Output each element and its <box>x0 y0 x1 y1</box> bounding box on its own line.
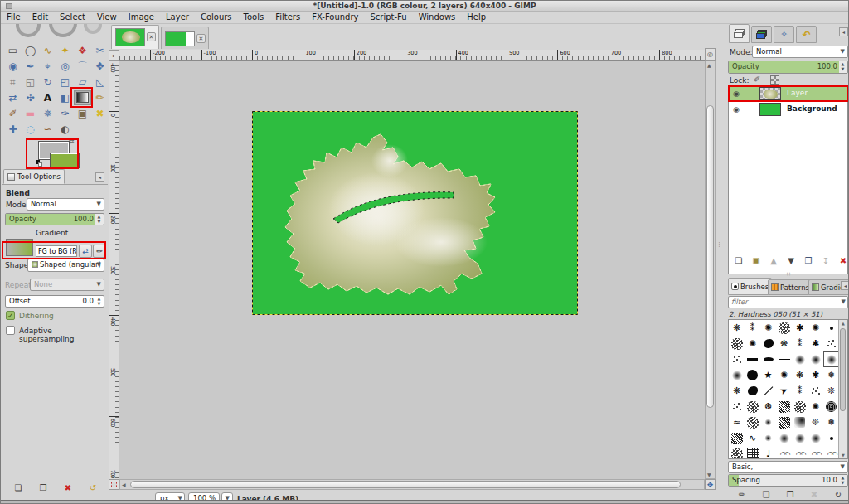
tool-zoom[interactable]: ◎ <box>56 58 74 74</box>
tool-smudge[interactable]: ∽ <box>39 121 56 137</box>
offset-spinner[interactable]: Offset 0.0 ▲▼ <box>5 295 104 308</box>
brush-dot[interactable] <box>823 320 839 336</box>
tool-rotate[interactable]: ↻ <box>39 74 56 90</box>
tool-scale[interactable]: ◰ <box>56 74 74 90</box>
mode-select[interactable]: Normal▼ <box>27 198 104 211</box>
brush-lizard[interactable]: ∿ <box>745 430 760 446</box>
tool-perspective-clone[interactable]: ✚ <box>4 121 22 137</box>
brush-texture[interactable] <box>729 336 745 351</box>
dock-splitter-handle[interactable]: ⁞ <box>717 241 721 266</box>
tool-scissors-select[interactable]: ✂ <box>91 42 109 58</box>
delete-layer-button[interactable]: ✖ <box>835 254 849 268</box>
brush-splat2[interactable]: ❋ <box>729 383 745 399</box>
brush-noisecircle[interactable] <box>823 399 839 414</box>
brush-soft[interactable] <box>729 367 745 383</box>
shape-select[interactable]: Shaped (angular)▼ <box>27 259 104 272</box>
close-icon[interactable]: ✕ <box>196 34 206 43</box>
image-tab-1[interactable]: ✕ <box>111 25 159 49</box>
reset-options-button[interactable]: ↺ <box>85 482 101 495</box>
layer-name[interactable]: Layer <box>787 89 808 97</box>
brush-soft[interactable] <box>808 351 823 367</box>
tool-measure[interactable]: ⌒ <box>74 58 91 74</box>
panel-menu-button[interactable]: ◂ <box>839 27 848 36</box>
tool-paths[interactable]: ✒ <box>22 58 39 74</box>
layer-opacity-slider[interactable]: Opacity 100.0 ▲▼ <box>728 61 848 74</box>
brush-sparkle[interactable]: ❊ <box>808 414 823 430</box>
brush-splat[interactable]: ✺ <box>745 336 760 351</box>
tool-heal[interactable]: ✖ <box>91 105 109 121</box>
default-colors-icon[interactable] <box>36 160 43 167</box>
brush-flake[interactable]: ❅ <box>823 414 839 430</box>
tool-paintbrush[interactable]: ✐ <box>4 105 22 121</box>
horizontal-ruler[interactable]: -200-1000100200300400500600700800 <box>119 50 705 61</box>
menu-select[interactable]: Select <box>54 12 91 22</box>
tool-foreground-select[interactable]: ◉ <box>4 58 22 74</box>
brush-hills[interactable]: ◠◠ <box>823 446 839 459</box>
gradient-name-input[interactable] <box>36 245 77 257</box>
tool-clone[interactable]: ▣ <box>74 105 91 121</box>
tool-blend[interactable] <box>74 90 91 105</box>
brush-flake2[interactable]: ❆ <box>760 399 776 414</box>
menu-help[interactable]: Help <box>461 12 492 22</box>
tool-rectangle-select[interactable]: ▭ <box>4 42 22 58</box>
menu-file[interactable]: File <box>1 12 27 22</box>
brush-soft[interactable] <box>808 430 823 446</box>
brush-texture[interactable] <box>745 399 760 414</box>
zoom-follow-window-button[interactable]: ◎ <box>705 48 716 61</box>
quick-mask-toggle[interactable] <box>109 479 119 490</box>
color-area[interactable]: ⇄ <box>26 138 79 169</box>
brush-scroll-thumb[interactable] <box>840 328 846 411</box>
menu-filters[interactable]: Filters <box>269 12 306 22</box>
ruler-corner-menu-button[interactable]: ▸ <box>109 50 119 61</box>
tool-cage-transform[interactable]: ✣ <box>22 90 39 105</box>
reverse-gradient-button[interactable]: ⇄ <box>79 245 92 258</box>
layer-name[interactable]: Background <box>787 104 837 113</box>
tool-pencil[interactable]: ✏ <box>91 90 109 105</box>
background-color-swatch[interactable] <box>51 153 79 167</box>
delete-options-button[interactable]: ✖ <box>60 482 76 495</box>
scroll-down-icon[interactable]: ▼ <box>707 472 711 477</box>
brush-splat2[interactable]: ❋ <box>792 367 808 383</box>
tool-align[interactable]: ⌗ <box>4 74 22 90</box>
brush-smear[interactable]: ≈ <box>729 414 745 430</box>
brush-filter-input[interactable] <box>731 298 839 306</box>
visibility-eye-icon[interactable]: ◉ <box>733 90 740 98</box>
spacing-slider[interactable]: Spacing 10.0 ▲▼ <box>728 474 848 487</box>
tool-color-picker[interactable]: ⌖ <box>39 58 56 74</box>
brush-splat[interactable]: ✺ <box>776 367 792 383</box>
tab-channels[interactable] <box>751 26 772 43</box>
brush-splat[interactable]: ✺ <box>808 320 823 336</box>
brush-noise[interactable] <box>776 399 792 414</box>
brush-slash[interactable] <box>760 383 776 399</box>
brush-splat[interactable]: ✺ <box>808 399 823 414</box>
brush-soft-s[interactable] <box>760 430 776 446</box>
brush-soft-s[interactable] <box>760 414 776 430</box>
brush-texture[interactable] <box>776 320 792 336</box>
tool-ellipse-select[interactable]: ◯ <box>22 42 39 58</box>
tool-crop[interactable]: ◱ <box>22 74 39 90</box>
lower-layer-button[interactable]: ▼ <box>783 254 799 268</box>
anchor-layer-button[interactable]: ↧ <box>817 254 834 268</box>
panel-menu-button[interactable]: ◂ <box>95 172 104 182</box>
swap-colors-icon[interactable]: ⇄ <box>69 138 75 145</box>
brush-noise[interactable] <box>729 430 745 446</box>
brush-dot[interactable] <box>823 430 839 446</box>
new-layer-group-button[interactable]: ▣ <box>748 254 764 268</box>
opacity-slider[interactable]: Opacity 100.0 ▲▼ <box>5 213 104 225</box>
tool-ink[interactable]: ✑ <box>56 105 74 121</box>
vertical-ruler[interactable]: -1000100200300400500600700 <box>109 61 119 479</box>
tool-shear[interactable]: ▱ <box>74 74 91 90</box>
navigation-button[interactable]: ✥ <box>705 479 716 490</box>
brush-texture[interactable] <box>792 399 808 414</box>
tool-blur-sharpen[interactable]: ◌ <box>22 121 39 137</box>
brush-dots[interactable] <box>729 399 745 414</box>
brush-splat3[interactable]: ✱ <box>792 320 808 336</box>
raise-layer-button[interactable]: ▲ <box>765 254 782 268</box>
tool-flip[interactable]: ⇄ <box>4 90 22 105</box>
adaptive-supersampling-checkbox[interactable] <box>6 326 15 335</box>
brush-dots[interactable] <box>808 383 823 399</box>
brush-hills[interactable]: ◠◠ <box>776 446 792 459</box>
menu-windows[interactable]: Windows <box>413 12 462 22</box>
brush-splat3[interactable]: ✱ <box>808 336 823 351</box>
brush-soft[interactable] <box>792 430 808 446</box>
